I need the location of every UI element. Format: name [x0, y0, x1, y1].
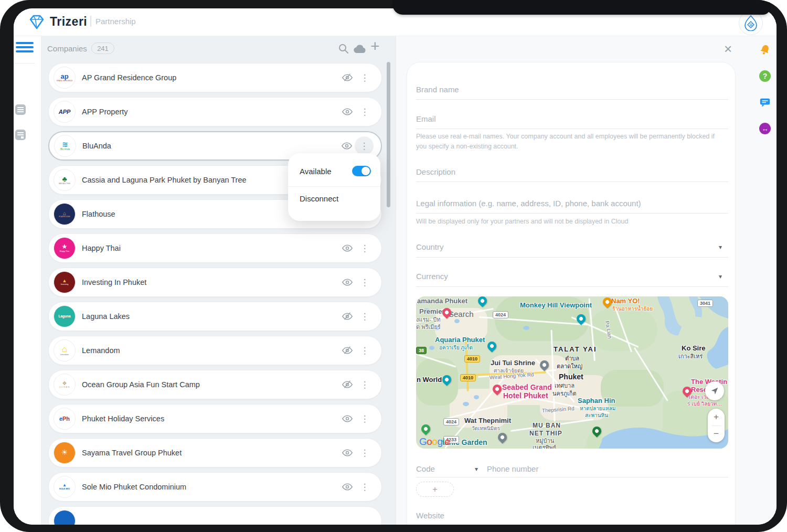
- map-locate-button[interactable]: [705, 381, 724, 400]
- map-label: Aquaria Phuket: [435, 336, 485, 344]
- list-view-icon[interactable]: [15, 104, 26, 115]
- legal-info-field[interactable]: Legal information (e.g. name, address, I…: [416, 199, 641, 208]
- phone-code-select[interactable]: Code: [416, 464, 435, 473]
- more-menu-button[interactable]: ⋮: [355, 443, 374, 462]
- list-scrollbar[interactable]: [387, 62, 390, 207]
- company-logo: ⌂lemandom: [54, 339, 76, 361]
- drop-home-icon: [745, 15, 757, 31]
- close-icon[interactable]: ×: [724, 41, 732, 57]
- add-company-button[interactable]: +: [370, 41, 380, 51]
- add-phone-button[interactable]: +: [416, 482, 454, 497]
- map-route-badge: 4010: [460, 374, 476, 381]
- company-name: Sole Mio Phuket Condominium: [82, 483, 186, 491]
- location-map[interactable]: Google + − amanda PhuketPremierงแรม- บีท…: [416, 296, 728, 449]
- notifications-bell-icon[interactable]: [759, 44, 771, 56]
- more-menu-button[interactable]: ⋮: [355, 68, 374, 87]
- company-row[interactable]: [48, 506, 382, 525]
- more-menu-button[interactable]: ⋮: [355, 307, 374, 326]
- visibility-eye-icon[interactable]: [342, 447, 353, 459]
- currency-chevron-down-icon[interactable]: ▾: [719, 273, 722, 280]
- map-label: Phuket: [559, 373, 583, 381]
- country-chevron-down-icon[interactable]: ▾: [719, 243, 722, 251]
- map-label: หมู่บ้าน: [536, 438, 554, 444]
- more-menu-button[interactable]: ⋮: [355, 102, 374, 121]
- company-row[interactable]: ❖OCEANOcean Group Asia Fun Start Camp⋮: [48, 370, 382, 399]
- company-row[interactable]: ☀Sayama Travel Group Phuket⋮: [48, 438, 382, 467]
- website-field[interactable]: Website: [416, 511, 444, 520]
- menu-divider: [288, 186, 380, 187]
- company-name: APP Property: [82, 108, 128, 116]
- available-toggle[interactable]: [352, 166, 371, 176]
- visibility-eye-off-icon[interactable]: [342, 379, 353, 390]
- company-name: Cassia and Laguna Park Phuket by Banyan …: [82, 176, 247, 184]
- currency-select[interactable]: Currency: [416, 272, 448, 281]
- email-field[interactable]: Email: [416, 114, 436, 123]
- company-row[interactable]: LagunaLaguna Lakes⋮: [48, 302, 382, 331]
- more-menu-button[interactable]: ⋮: [355, 409, 374, 428]
- chat-feedback-icon[interactable]: [759, 97, 771, 108]
- map-label: ด พรีเมียร์: [416, 324, 441, 330]
- phone-number-field[interactable]: Phone number: [487, 464, 538, 473]
- visibility-eye-icon[interactable]: [342, 242, 353, 254]
- map-route-badge: 4024: [493, 311, 508, 318]
- available-label: Available: [300, 167, 332, 176]
- code-chevron-down-icon[interactable]: ▾: [475, 465, 478, 473]
- map-label: Saphan Hin: [578, 397, 615, 405]
- company-logo: ▲Investing: [54, 271, 76, 293]
- company-row[interactable]: ▲SOLE MIOSole Mio Phuket Condominium⋮: [48, 472, 382, 502]
- company-logo: ♣BANYAN TREE: [54, 169, 76, 191]
- device-frame: Trizeri | Partnership: [0, 0, 787, 532]
- company-logo: ☀: [54, 442, 76, 464]
- visibility-eye-icon[interactable]: [342, 413, 353, 424]
- map-label: เกาะสิเหร่: [678, 353, 703, 359]
- description-field[interactable]: Description: [416, 167, 455, 176]
- title-divider: |: [89, 14, 92, 27]
- swap-arrows-icon[interactable]: ↔: [759, 123, 771, 134]
- more-menu-button[interactable]: ⋮: [355, 273, 374, 292]
- visibility-eye-icon[interactable]: [341, 140, 353, 152]
- company-name: Sayama Travel Group Phuket: [82, 449, 182, 457]
- card-view-icon[interactable]: [15, 129, 26, 141]
- map-label: ตลาดใหญ่: [557, 363, 582, 369]
- zoom-in-button[interactable]: +: [708, 409, 725, 425]
- company-row[interactable]: apGRAND RESIDENCEAP Grand Residence Grou…: [48, 63, 382, 92]
- companies-title: Companies: [47, 44, 87, 53]
- left-nav-rail: [14, 36, 41, 525]
- country-select[interactable]: Country: [416, 242, 444, 251]
- navigation-arrow-icon: [710, 386, 719, 396]
- more-menu-button[interactable]: ⋮: [355, 239, 374, 258]
- company-row[interactable]: ePhPhuket Holiday Services⋮: [48, 404, 382, 433]
- company-row[interactable]: ⌂lemandomLemandom⋮: [48, 336, 382, 365]
- map-label: ตำบล: [565, 355, 579, 361]
- more-menu-button[interactable]: ⋮: [355, 375, 374, 394]
- visibility-eye-icon[interactable]: [342, 276, 353, 288]
- map-label: amanda Phuket: [417, 297, 467, 305]
- visibility-eye-off-icon[interactable]: [342, 72, 353, 83]
- company-row[interactable]: APPAPP Property⋮: [48, 97, 382, 126]
- more-menu-button[interactable]: ⋮: [355, 136, 374, 155]
- menu-hamburger-button[interactable]: [16, 42, 34, 56]
- visibility-eye-icon[interactable]: [342, 106, 353, 118]
- visibility-eye-icon[interactable]: [342, 481, 353, 493]
- more-menu-button[interactable]: ⋮: [355, 341, 374, 360]
- cloud-icon[interactable]: [354, 44, 366, 54]
- company-logo: ❖OCEAN: [54, 374, 76, 396]
- brand-name-field[interactable]: Brand name: [416, 85, 459, 94]
- map-label: n World: [417, 376, 442, 384]
- help-icon[interactable]: ?: [759, 70, 771, 82]
- company-row[interactable]: ▲InvestingInvesting In Phuket⋮: [48, 268, 382, 297]
- zoom-out-button[interactable]: −: [708, 425, 725, 442]
- visibility-eye-off-icon[interactable]: [342, 311, 353, 322]
- legal-helper-text: Will be displayed only for your partners…: [416, 217, 719, 227]
- map-label: Jui Tui Shrine: [491, 359, 535, 367]
- disconnect-menu-item[interactable]: Disconnect: [300, 194, 338, 203]
- company-logo: ePh: [54, 408, 76, 430]
- more-menu-button[interactable]: ⋮: [355, 477, 374, 496]
- visibility-eye-off-icon[interactable]: [342, 345, 353, 356]
- map-label: Search: [449, 310, 474, 319]
- search-icon[interactable]: [338, 43, 349, 55]
- companies-count-badge: 241: [91, 42, 114, 54]
- app-screen: Trizeri | Partnership: [14, 8, 777, 525]
- company-logo: Laguna: [54, 305, 76, 327]
- company-row[interactable]: ★Happy ThaiHappy Thai⋮: [48, 233, 382, 263]
